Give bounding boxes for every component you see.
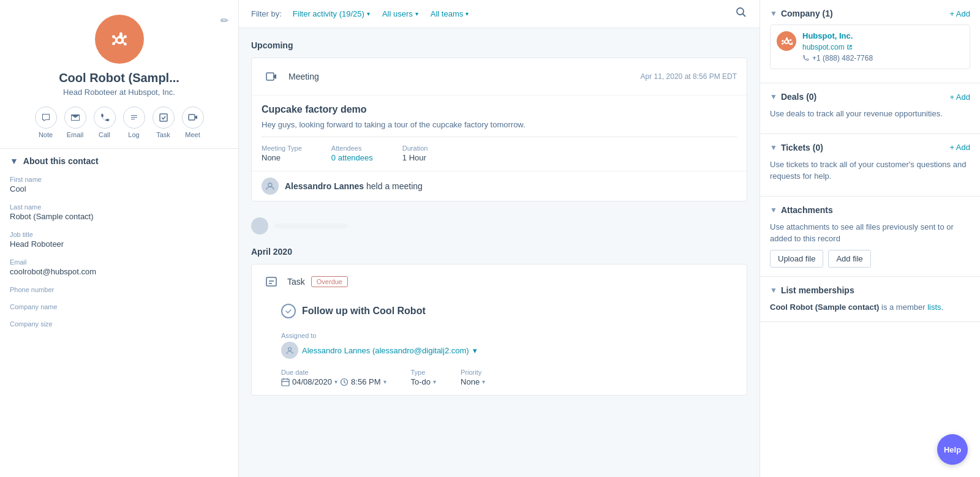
task-card: Task Overdue Follow up with Cool Robot A… (251, 264, 747, 396)
company-chevron-icon[interactable]: ▼ (770, 9, 777, 18)
type-item: Type To-do ▾ (411, 369, 437, 386)
priority-label: Priority (461, 369, 485, 376)
upload-file-button[interactable]: Upload file (770, 250, 823, 268)
meet-button[interactable]: Meet (182, 107, 204, 138)
about-header[interactable]: ▼ About this contact (10, 156, 228, 166)
company-card: Hubspot, Inc. hubspot.com +1 (888) 482-7… (770, 24, 970, 69)
lists-link[interactable]: lists (927, 302, 941, 312)
tickets-section-title: ▼ Tickets (0) (770, 143, 823, 152)
all-teams-label: All teams (431, 9, 463, 18)
attachments-section-header: ▼ Attachments (770, 205, 970, 215)
note-button[interactable]: Note (35, 107, 57, 138)
all-users-label: All users (382, 9, 413, 18)
tickets-chevron-icon[interactable]: ▼ (770, 143, 777, 152)
email-value: coolrobot@hubspot.com (10, 267, 228, 276)
task-label: Task (156, 131, 170, 138)
type-label: Type (411, 369, 437, 376)
activity-avatar (262, 178, 279, 195)
field-phone: Phone number (10, 286, 228, 293)
list-memberships-header: ▼ List memberships (770, 285, 970, 295)
profile-name: Cool Robot (Sampl... (59, 71, 179, 85)
attachments-chevron-icon[interactable]: ▼ (770, 206, 777, 214)
deals-add-link[interactable]: + Add (949, 92, 970, 102)
company-section-title: ▼ Company (1) (770, 9, 833, 18)
svg-point-3 (737, 8, 744, 15)
email-label: Email (10, 258, 228, 266)
job-title-label: Job title (10, 231, 228, 238)
tickets-empty-text: Use tickets to track all of your custome… (770, 159, 970, 182)
meta-type-label: Meeting Type (262, 145, 302, 152)
log-button[interactable]: Log (123, 107, 145, 138)
meeting-meta: Meeting Type None Attendees 0 attendees … (262, 145, 737, 162)
list-contact-name: Cool Robot (Sample contact) (770, 302, 879, 312)
chevron-down-icon: ▾ (466, 10, 469, 17)
task-button[interactable]: Task (153, 107, 175, 138)
meeting-icon (262, 67, 281, 86)
filter-bar: Filter by: Filter activity (19/25) ▾ All… (239, 0, 760, 28)
tickets-section-header: ▼ Tickets (0) + Add (770, 143, 970, 152)
svg-rect-2 (189, 115, 195, 120)
deals-chevron-icon[interactable]: ▼ (770, 92, 777, 101)
list-text-end: is a member lists. (881, 302, 943, 312)
deals-section-header: ▼ Deals (0) + Add (770, 92, 970, 102)
meta-attendees-label: Attendees (331, 145, 373, 152)
add-file-button[interactable]: Add file (828, 250, 870, 268)
due-date-value[interactable]: 04/08/2020 ▾ 8:56 PM ▾ (281, 377, 386, 386)
filter-activity-button[interactable]: Filter activity (19/25) ▾ (289, 7, 374, 21)
svg-rect-8 (282, 379, 289, 386)
type-text: To-do (411, 377, 431, 386)
first-name-label: First name (10, 176, 228, 183)
edit-icon[interactable]: ✏ (221, 15, 228, 26)
priority-item: Priority None ▾ (461, 369, 485, 386)
company-section-header: ▼ Company (1) + Add (770, 9, 970, 18)
meeting-type-label: Meeting (288, 72, 319, 81)
call-label: Call (99, 131, 110, 138)
list-memberships-label: List memberships (781, 285, 854, 295)
due-date-label: Due date (281, 369, 386, 376)
all-teams-button[interactable]: All teams ▾ (427, 7, 472, 21)
meta-type-value: None (262, 153, 302, 162)
activity-feed: Upcoming Meeting Apr 11, 2020 at 8:56 PM… (239, 28, 760, 477)
upcoming-label: Upcoming (251, 40, 747, 50)
loading-avatar (251, 217, 268, 235)
task-check-button[interactable] (281, 304, 296, 318)
meta-duration: Duration 1 Hour (402, 145, 428, 162)
search-button[interactable] (735, 6, 747, 21)
job-title-value: Head Roboteer (10, 239, 228, 249)
company-size-label: Company size (10, 320, 228, 328)
filter-activity-label: Filter activity (19/25) (293, 9, 364, 18)
field-first-name: First name Cool (10, 176, 228, 193)
chevron-down-icon: ▼ (10, 156, 18, 166)
filter-by-label: Filter by: (251, 9, 282, 18)
meet-label: Meet (185, 131, 200, 138)
meeting-activity: Alessandro Lannes held a meeting (252, 171, 747, 201)
priority-value[interactable]: None ▾ (461, 377, 485, 386)
type-value[interactable]: To-do ▾ (411, 377, 437, 386)
meeting-title: Cupcake factory demo (262, 104, 737, 115)
note-label: Note (39, 131, 53, 138)
chevron-down-icon: ▾ (367, 10, 370, 17)
deals-title: Deals (0) (781, 92, 816, 102)
tickets-title: Tickets (0) (781, 143, 823, 152)
call-button[interactable]: Call (94, 107, 116, 138)
attachments-section-title: ▼ Attachments (770, 205, 833, 215)
tickets-add-link[interactable]: + Add (949, 143, 970, 152)
all-users-button[interactable]: All users ▾ (379, 7, 422, 21)
log-label: Log (128, 131, 139, 138)
meta-duration-value: 1 Hour (402, 153, 428, 162)
company-name[interactable]: Hubspot, Inc. (802, 31, 873, 40)
meta-meeting-type: Meeting Type None (262, 145, 302, 162)
company-url[interactable]: hubspot.com (802, 43, 873, 51)
about-section: ▼ About this contact First name Cool Las… (0, 149, 238, 345)
list-chevron-icon[interactable]: ▼ (770, 286, 777, 295)
first-name-value: Cool (10, 184, 228, 193)
meta-attendees-value[interactable]: 0 attendees (331, 153, 373, 162)
company-add-link[interactable]: + Add (949, 9, 970, 18)
assignee-row[interactable]: Alessandro Lannes (alessandro@digitalj2.… (281, 342, 737, 359)
email-button[interactable]: Email (64, 107, 86, 138)
task-title: Follow up with Cool Robot (302, 306, 426, 317)
about-title: About this contact (23, 156, 99, 166)
field-email: Email coolrobot@hubspot.com (10, 258, 228, 276)
help-button[interactable]: Help (937, 434, 968, 465)
list-memberships-section: ▼ List memberships Cool Robot (Sample co… (760, 277, 980, 323)
